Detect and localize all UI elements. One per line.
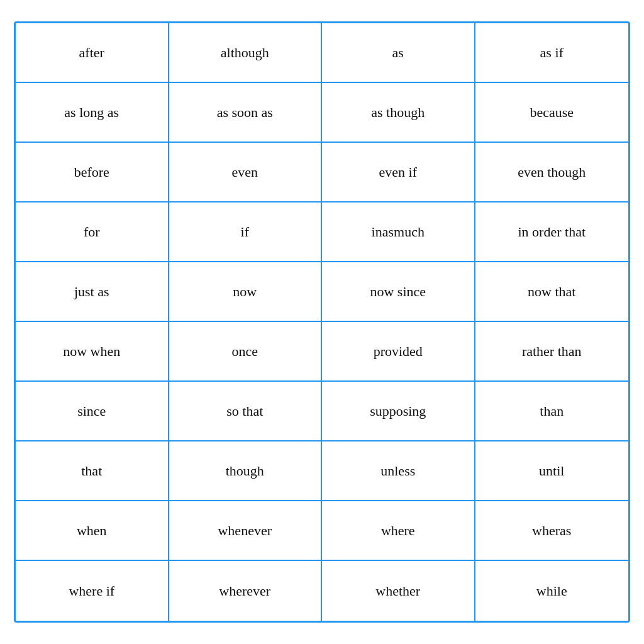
- cell-even: even: [169, 143, 323, 203]
- cell-as-soon-as: as soon as: [169, 83, 323, 143]
- conjunctions-table: afteralthoughasas ifas long asas soon as…: [14, 21, 630, 623]
- cell-in-order-that: in order that: [475, 203, 629, 262]
- cell-wherever: wherever: [169, 561, 323, 621]
- cell-as-long-as: as long as: [16, 83, 169, 143]
- cell-unless: unless: [322, 441, 475, 501]
- cell-provided: provided: [322, 322, 475, 382]
- cell-because: because: [475, 83, 629, 143]
- cell-if: if: [169, 203, 323, 262]
- cell-rather-than: rather than: [475, 322, 629, 382]
- cell-while: while: [475, 561, 629, 621]
- cell-for: for: [16, 203, 169, 262]
- cell-although: although: [169, 23, 323, 83]
- cell-until: until: [475, 441, 629, 501]
- cell-where-if: where if: [16, 561, 169, 621]
- cell-even-though: even though: [475, 143, 629, 203]
- cell-since: since: [16, 382, 169, 441]
- cell-where: where: [322, 501, 475, 561]
- cell-whenever: whenever: [169, 501, 323, 561]
- cell-now-when: now when: [16, 322, 169, 382]
- cell-before: before: [16, 143, 169, 203]
- cell-after: after: [16, 23, 169, 83]
- cell-once: once: [169, 322, 323, 382]
- cell-even-if: even if: [322, 143, 475, 203]
- cell-wheras: wheras: [475, 501, 629, 561]
- cell-so-that: so that: [169, 382, 323, 441]
- cell-now-since: now since: [322, 262, 475, 322]
- cell-as-if: as if: [475, 23, 629, 83]
- cell-as: as: [322, 23, 475, 83]
- cell-supposing: supposing: [322, 382, 475, 441]
- cell-just-as: just as: [16, 262, 169, 322]
- cell-whether: whether: [322, 561, 475, 621]
- cell-that: that: [16, 441, 169, 501]
- cell-as-though: as though: [322, 83, 475, 143]
- cell-now: now: [169, 262, 323, 322]
- cell-than: than: [475, 382, 629, 441]
- cell-though: though: [169, 441, 323, 501]
- cell-when: when: [16, 501, 169, 561]
- grid: afteralthoughasas ifas long asas soon as…: [16, 23, 628, 621]
- cell-now-that: now that: [475, 262, 629, 322]
- cell-inasmuch: inasmuch: [322, 203, 475, 262]
